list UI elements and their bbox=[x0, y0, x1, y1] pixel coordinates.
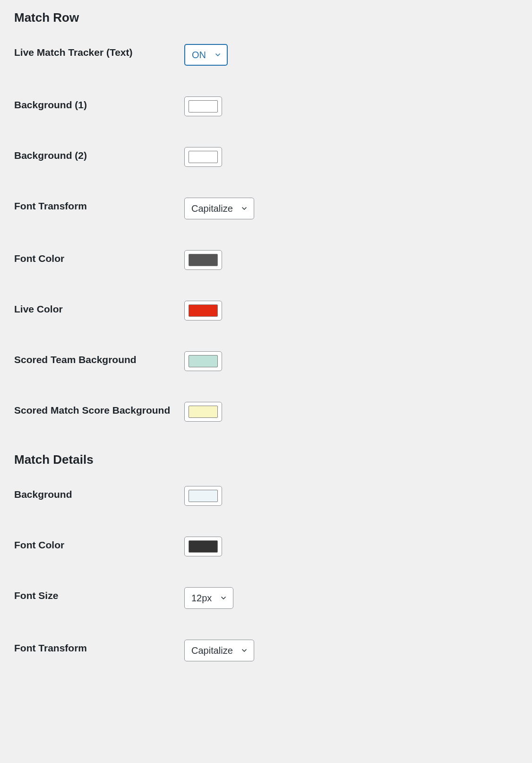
label-background-1: Background (1) bbox=[14, 96, 184, 112]
row-background-1: Background (1) bbox=[14, 96, 518, 116]
label-background-2: Background (2) bbox=[14, 147, 184, 162]
row-scored-team-bg: Scored Team Background bbox=[14, 351, 518, 371]
color-swatch bbox=[189, 100, 218, 113]
match-details-font-size-select[interactable]: 12px bbox=[184, 587, 233, 609]
color-swatch bbox=[189, 540, 218, 553]
row-match-details-font-size: Font Size 12px bbox=[14, 587, 518, 609]
match-details-font-color-button[interactable] bbox=[184, 537, 222, 556]
label-live-color: Live Color bbox=[14, 301, 184, 316]
row-live-color: Live Color bbox=[14, 301, 518, 321]
match-row-font-color-button[interactable] bbox=[184, 250, 222, 270]
live-match-tracker-select-wrap: ON bbox=[184, 44, 228, 66]
label-scored-score-bg: Scored Match Score Background bbox=[14, 402, 184, 417]
background-1-color-button[interactable] bbox=[184, 96, 222, 116]
label-match-details-background: Background bbox=[14, 486, 184, 501]
label-live-match-tracker: Live Match Tracker (Text) bbox=[14, 44, 184, 59]
match-row-font-transform-select[interactable]: Capitalize bbox=[184, 198, 254, 219]
label-match-details-font-transform: Font Transform bbox=[14, 640, 184, 655]
color-swatch bbox=[189, 490, 218, 502]
live-match-tracker-select[interactable]: ON bbox=[184, 44, 228, 66]
section-heading-match-details: Match Details bbox=[14, 452, 518, 467]
color-swatch bbox=[189, 304, 218, 317]
live-color-button[interactable] bbox=[184, 301, 222, 321]
label-match-row-font-transform: Font Transform bbox=[14, 198, 184, 213]
row-background-2: Background (2) bbox=[14, 147, 518, 167]
row-match-row-font-color: Font Color bbox=[14, 250, 518, 270]
label-match-row-font-color: Font Color bbox=[14, 250, 184, 265]
match-details-font-size-select-wrap: 12px bbox=[184, 587, 233, 609]
label-match-details-font-color: Font Color bbox=[14, 537, 184, 552]
match-row-font-transform-select-wrap: Capitalize bbox=[184, 198, 254, 219]
color-swatch bbox=[189, 406, 218, 418]
row-match-row-font-transform: Font Transform Capitalize bbox=[14, 198, 518, 219]
match-details-font-transform-select-wrap: Capitalize bbox=[184, 640, 254, 661]
label-match-details-font-size: Font Size bbox=[14, 587, 184, 602]
label-scored-team-bg: Scored Team Background bbox=[14, 351, 184, 366]
row-match-details-font-transform: Font Transform Capitalize bbox=[14, 640, 518, 661]
match-details-background-color-button[interactable] bbox=[184, 486, 222, 506]
match-details-font-transform-select[interactable]: Capitalize bbox=[184, 640, 254, 661]
background-2-color-button[interactable] bbox=[184, 147, 222, 167]
row-match-details-font-color: Font Color bbox=[14, 537, 518, 556]
scored-score-bg-color-button[interactable] bbox=[184, 402, 222, 422]
color-swatch bbox=[189, 355, 218, 367]
row-scored-score-bg: Scored Match Score Background bbox=[14, 402, 518, 422]
color-swatch bbox=[189, 151, 218, 163]
section-heading-match-row: Match Row bbox=[14, 10, 518, 25]
scored-team-bg-color-button[interactable] bbox=[184, 351, 222, 371]
row-live-match-tracker: Live Match Tracker (Text) ON bbox=[14, 44, 518, 66]
color-swatch bbox=[189, 254, 218, 266]
row-match-details-background: Background bbox=[14, 486, 518, 506]
